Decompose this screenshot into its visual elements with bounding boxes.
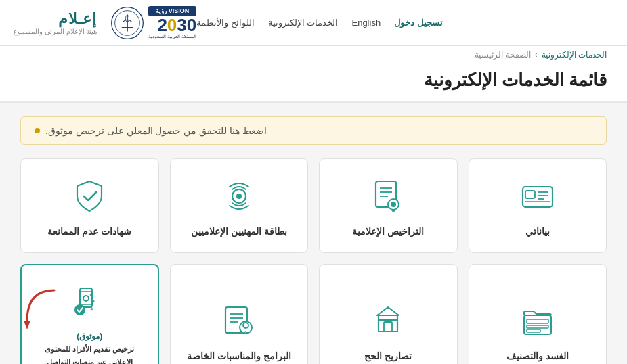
svg-point-41	[74, 304, 85, 315]
svg-text:$: $	[90, 304, 93, 311]
fasad-label: الفسد والتصنيف	[506, 349, 569, 363]
services-grid: بياناتي التراخيص الإعلامية	[20, 158, 607, 364]
mawthooq-label: (موثوق) ترخيص تقديم الأفراد للمحتوى الإع…	[33, 330, 147, 364]
svg-rect-21	[527, 319, 548, 323]
service-card-baramej[interactable]: البرامج والمناسبات الخاصة	[170, 264, 309, 364]
breadcrumb-home[interactable]: الصفحة الرئيسية	[475, 50, 530, 60]
svg-rect-7	[525, 191, 535, 198]
eservices-link[interactable]: الخدمات الإلكترونية	[268, 18, 339, 28]
radio-icon	[219, 176, 259, 217]
saudi-emblem	[110, 6, 144, 40]
nav: تسجيل دخول English الخدمات الإلكترونية ا…	[196, 18, 443, 28]
svg-rect-26	[384, 322, 392, 332]
english-link[interactable]: English	[351, 18, 381, 28]
main-content: اضغط هنا للتحقق من حصول المعلن على ترخيص…	[0, 103, 627, 364]
service-card-tarakheeseilaamiya[interactable]: التراخيص الإعلامية	[319, 158, 458, 253]
service-card-bitaqat[interactable]: بطاقة المهنيين الإعلاميين	[170, 158, 309, 253]
header: تسجيل دخول English الخدمات الإلكترونية ا…	[0, 0, 627, 46]
folder-stack-icon	[517, 300, 558, 341]
logo-subtitle: هيئة الإعلام المرئي والمسموع	[14, 28, 97, 35]
logo-text: إعـلام	[58, 10, 97, 27]
service-card-biyanati[interactable]: بياناتي	[469, 158, 607, 253]
svg-text:♥: ♥	[92, 299, 95, 304]
service-card-tasareeh[interactable]: تصاريح الحج	[319, 264, 458, 364]
svg-rect-23	[527, 329, 540, 332]
svg-point-19	[236, 194, 242, 199]
biyanati-label: بياناتي	[525, 225, 550, 239]
tarakheeseilaamiya-label: التراخيص الإعلامية	[352, 225, 424, 239]
certificate-icon	[368, 176, 408, 217]
svg-text:★: ★	[89, 292, 93, 298]
shield-check-icon	[69, 176, 110, 217]
tasareeh-label: تصاريح الحج	[364, 349, 412, 363]
svg-point-37	[83, 296, 89, 301]
id-card-icon	[517, 176, 558, 217]
notice-text: اضغط هنا للتحقق من حصول المعلن على ترخيص…	[45, 125, 267, 136]
service-card-fasad[interactable]: الفسد والتصنيف	[469, 264, 607, 364]
baramej-label: البرامج والمناسبات الخاصة	[187, 349, 291, 363]
service-card-shahadat[interactable]: شهادات عدم الممانعة	[20, 158, 159, 253]
breadcrumb-eservices[interactable]: الخدمات الإلكترونية	[542, 50, 607, 60]
social-media-icon: ★ ♥ $	[69, 281, 110, 322]
service-card-mawthooq[interactable]: ★ ♥ $ (موثوق) ترخيص تقديم الأفراد للمحتو…	[20, 264, 159, 364]
certificate2-icon	[219, 300, 259, 341]
notice-banner[interactable]: اضغط هنا للتحقق من حصول المعلن على ترخيص…	[20, 116, 607, 145]
svg-rect-22	[527, 325, 548, 328]
login-link[interactable]: تسجيل دخول	[394, 18, 443, 28]
svg-point-17	[391, 202, 396, 207]
page-title: قائمة الخدمات الإلكترونية	[20, 70, 607, 91]
kaaba-icon	[368, 300, 408, 341]
svg-rect-6	[523, 187, 553, 207]
page-title-bar: قائمة الخدمات الإلكترونية	[0, 64, 627, 103]
vision-country: المملكة العربية السعودية	[148, 34, 196, 39]
header-logo: إعـلام هيئة الإعلام المرئي والمسموع	[14, 10, 97, 35]
vision-logo: VISION رؤية 2030 المملكة العربية السعودي…	[110, 6, 196, 40]
breadcrumb: الخدمات الإلكترونية › الصفحة الرئيسية	[0, 46, 627, 64]
svg-rect-20	[524, 315, 551, 334]
svg-rect-24	[379, 315, 397, 332]
regulations-link[interactable]: اللوائح والأنظمة	[196, 18, 255, 28]
notice-dot	[35, 128, 40, 133]
shahadat-label: شهادات عدم الممانعة	[47, 225, 131, 239]
vision-year: 2030	[157, 16, 196, 34]
breadcrumb-sep: ›	[535, 50, 538, 60]
bitaqat-label: بطاقة المهنيين الإعلاميين	[191, 225, 287, 239]
